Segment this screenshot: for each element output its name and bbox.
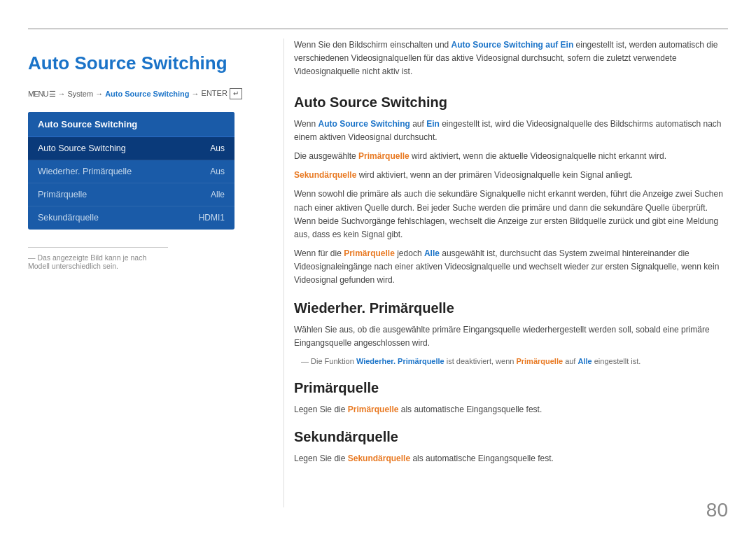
section-body-auto-3: Sekundärquelle wird aktiviert, wenn an d… xyxy=(294,169,728,182)
menu-item-auto-source[interactable]: Auto Source Switching Aus xyxy=(28,137,234,160)
bold-sekundärquelle-2: Sekundärquelle xyxy=(348,454,410,463)
vertical-divider xyxy=(284,38,284,507)
page-title: Auto Source Switching xyxy=(28,52,266,74)
menu-item-auto-source-label: Auto Source Switching xyxy=(38,143,126,153)
breadcrumb: MENU ☰ → System → Auto Source Switching … xyxy=(28,88,266,99)
section-body-wiederher-1: Wählen Sie aus, ob die ausgewählte primä… xyxy=(294,323,728,350)
section-body-auto-4: Wenn sowohl die primäre als auch die sek… xyxy=(294,188,728,241)
menu-item-wiederher[interactable]: Wiederher. Primärquelle Aus xyxy=(28,160,234,183)
menu-item-wiederher-label: Wiederher. Primärquelle xyxy=(38,167,132,176)
menu-item-sekundärquelle-value: HDMI1 xyxy=(199,213,225,223)
menu-item-primärquelle[interactable]: Primärquelle Alle xyxy=(28,183,234,206)
menu-icon: MENU ☰ xyxy=(28,90,55,99)
bold-primärquelle-4: Primärquelle xyxy=(348,405,399,414)
breadcrumb-system: System xyxy=(67,90,93,98)
menu-item-auto-source-value: Aus xyxy=(210,143,225,153)
section-title-primärquelle: Primärquelle xyxy=(294,380,728,396)
section-title-wiederher: Wiederher. Primärquelle xyxy=(294,300,728,316)
menu-item-primärquelle-label: Primärquelle xyxy=(38,190,87,199)
bold-alle-2: Alle xyxy=(578,357,592,365)
left-column: Auto Source Switching MENU ☰ → System → … xyxy=(28,38,266,506)
menu-header: Auto Source Switching xyxy=(28,112,234,137)
menu-item-sekundärquelle-label: Sekundärquelle xyxy=(38,213,99,223)
bold-auto-source: Auto Source Switching xyxy=(318,119,410,129)
bold-primärquelle-2: Primärquelle xyxy=(344,248,395,258)
menu-item-primärquelle-value: Alle xyxy=(211,190,225,199)
breadcrumb-arrow-2: → xyxy=(95,90,103,98)
bold-alle: Alle xyxy=(424,248,440,258)
page-number: 80 xyxy=(706,499,728,521)
section-body-primärquelle: Legen Sie die Primärquelle als automatis… xyxy=(294,403,728,416)
right-column: Wenn Sie den Bildschirm einschalten und … xyxy=(294,38,728,506)
breadcrumb-arrow-1: → xyxy=(57,90,65,98)
menu-item-sekundärquelle[interactable]: Sekundärquelle HDMI1 xyxy=(28,206,234,230)
bold-primärquelle-1: Primärquelle xyxy=(358,151,410,161)
bold-primärquelle-3: Primärquelle xyxy=(516,357,563,365)
breadcrumb-arrow-3: → xyxy=(192,90,200,98)
section-body-auto-1: Wenn Auto Source Switching auf Ein einge… xyxy=(294,118,728,144)
intro-text: Wenn Sie den Bildschirm einschalten und … xyxy=(294,38,728,79)
section-body-auto-2: Die ausgewählte Primärquelle wird aktivi… xyxy=(294,150,728,163)
breadcrumb-enter: ENTER ↵ xyxy=(202,88,242,99)
bold-wiederher: Wiederher. Primärquelle xyxy=(356,357,444,365)
intro-bold-1: Auto Source Switching auf Ein xyxy=(451,40,574,50)
bold-ein: Ein xyxy=(426,119,440,129)
breadcrumb-active: Auto Source Switching xyxy=(105,90,189,98)
top-border xyxy=(28,28,728,29)
section-note-wiederher: — Die Funktion Wiederher. Primärquelle i… xyxy=(294,356,728,367)
section-body-auto-5: Wenn für die Primärquelle jedoch Alle au… xyxy=(294,247,728,288)
menu-note: — Das angezeigte Bild kann je nach Model… xyxy=(28,247,168,270)
menu-box: Auto Source Switching Auto Source Switch… xyxy=(28,112,234,230)
section-body-sekundärquelle: Legen Sie die Sekundärquelle als automat… xyxy=(294,452,728,465)
page-container: Auto Source Switching MENU ☰ → System → … xyxy=(0,0,756,534)
section-title-sekundärquelle: Sekundärquelle xyxy=(294,429,728,445)
section-title-auto-source: Auto Source Switching xyxy=(294,94,728,111)
enter-icon: ↵ xyxy=(230,88,242,99)
bold-sekundärquelle-1: Sekundärquelle xyxy=(294,170,356,180)
menu-item-wiederher-value: Aus xyxy=(210,167,225,176)
